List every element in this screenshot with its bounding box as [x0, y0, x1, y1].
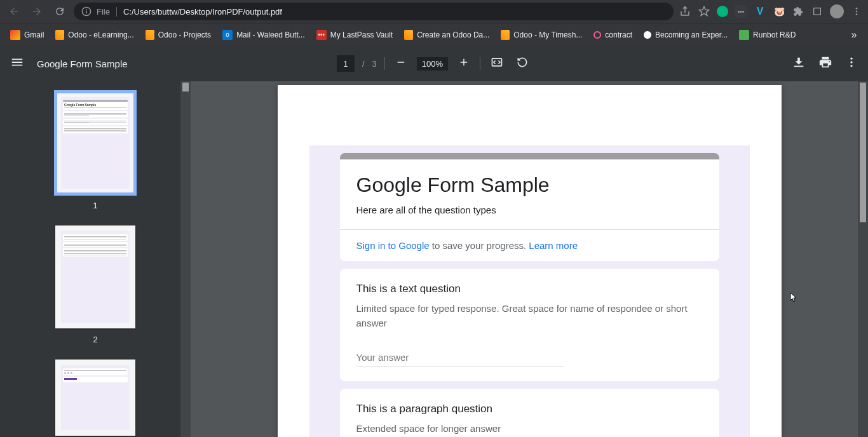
bookmark-outlook[interactable]: oMail - Waleed Butt...	[217, 27, 310, 43]
question-description: Limited space for typed response. Great …	[356, 302, 703, 330]
contract-icon	[593, 31, 601, 39]
download-button[interactable]	[792, 55, 806, 72]
chrome-menu-icon[interactable]	[850, 5, 863, 18]
bookmark-lastpass[interactable]: •••My LastPass Vault	[311, 27, 398, 43]
ext-icon-1[interactable]: 🐷	[773, 5, 785, 18]
bookmark-odoo-elearning[interactable]: Odoo - eLearning...	[50, 27, 139, 43]
gmail-icon	[10, 30, 20, 40]
page-total: 3	[372, 59, 377, 69]
more-actions-button[interactable]	[845, 56, 858, 71]
thumbnail-page-2[interactable]: 2	[0, 225, 191, 344]
question-title: This is a text question	[356, 283, 703, 295]
svg-point-8	[850, 58, 852, 60]
bookmark-gmail[interactable]: Gmail	[5, 27, 49, 43]
fit-page-button[interactable]	[488, 53, 506, 74]
thumbnail-number: 1	[93, 201, 97, 210]
short-answer-input[interactable]	[356, 349, 564, 367]
ext-dots-icon[interactable]: •••	[735, 5, 747, 18]
page-number-input[interactable]	[337, 55, 355, 72]
pdf-document-title: Google Form Sample	[37, 58, 128, 69]
lastpass-icon: •••	[316, 30, 327, 40]
share-icon[interactable]	[679, 5, 691, 18]
svg-point-2	[86, 9, 87, 10]
profile-avatar[interactable]	[830, 4, 844, 18]
runbot-icon	[739, 30, 749, 40]
odoo-icon	[55, 30, 64, 40]
form-header-card: Google Form Sample Here are all of the q…	[340, 153, 719, 261]
bookmark-odoo-create[interactable]: Create an Odoo Da...	[399, 27, 494, 43]
reload-button[interactable]	[51, 3, 69, 20]
odoo-icon	[404, 30, 413, 40]
svg-point-4	[856, 8, 858, 10]
form-subtitle: Here are all of the question types	[356, 205, 703, 215]
mouse-cursor-icon	[789, 292, 798, 306]
thumbnail-sidebar: Google Form Sample 1 2	[0, 81, 191, 437]
account-icon[interactable]	[811, 5, 824, 18]
question-card-2: This is a paragraph question Extended sp…	[340, 389, 719, 437]
learn-more-link[interactable]: Learn more	[529, 240, 578, 251]
question-card-1: This is a text question Limited space fo…	[340, 269, 719, 381]
bookmark-contract[interactable]: contract	[588, 28, 637, 42]
bookmarks-bar: Gmail Odoo - eLearning... Odoo - Project…	[0, 23, 868, 46]
pdf-content-area: Google Form Sample 1 2	[0, 81, 868, 437]
hamburger-menu-icon[interactable]	[10, 55, 24, 72]
thumbnail-scrollbar[interactable]	[180, 81, 191, 437]
thumbnail-number: 2	[93, 335, 97, 344]
grammarly-icon[interactable]	[717, 6, 728, 17]
browser-nav-bar: File C:/Users/buttw/Desktop/IronPDF/outp…	[0, 0, 868, 23]
zoom-in-button[interactable]	[456, 54, 472, 73]
vimeo-icon[interactable]: V	[754, 5, 766, 18]
forward-button[interactable]	[28, 3, 46, 20]
bookmark-odoo-timesheet[interactable]: Odoo - My Timesh...	[496, 27, 587, 43]
url-prefix: File	[97, 7, 117, 17]
svg-point-6	[856, 13, 858, 15]
pdf-page-1: Google Form Sample Here are all of the q…	[278, 85, 782, 437]
url-text: C:/Users/buttw/Desktop/IronPDF/output.pd…	[123, 7, 282, 17]
form-title: Google Form Sample	[356, 173, 703, 197]
bookmark-odoo-projects[interactable]: Odoo - Projects	[140, 27, 216, 43]
form-background: Google Form Sample Here are all of the q…	[309, 145, 750, 437]
url-bar[interactable]: File C:/Users/buttw/Desktop/IronPDF/outp…	[74, 3, 674, 20]
zoom-level[interactable]: 100%	[417, 57, 448, 71]
sun-icon	[644, 31, 651, 39]
svg-rect-3	[814, 8, 821, 15]
question-title: This is a paragraph question	[356, 403, 703, 415]
question-description: Extended space for longer answer	[356, 422, 703, 436]
back-button[interactable]	[5, 3, 23, 20]
svg-rect-1	[86, 11, 86, 14]
signin-banner: Sign in to Google to save your progress.…	[340, 229, 719, 261]
odoo-icon	[146, 30, 154, 40]
odoo-icon	[501, 30, 510, 40]
zoom-out-button[interactable]	[393, 54, 409, 73]
svg-point-9	[850, 61, 852, 63]
pdf-toolbar: Google Form Sample / 3 100%	[0, 46, 868, 81]
rotate-button[interactable]	[513, 53, 531, 74]
bookmark-runbot[interactable]: Runbot R&D	[734, 27, 801, 43]
pdf-page-viewport[interactable]: Google Form Sample Here are all of the q…	[191, 81, 868, 437]
bookmarks-overflow-icon[interactable]: »	[845, 26, 863, 44]
toolbar-divider	[384, 57, 385, 70]
thumbnail-page-3[interactable]	[0, 360, 191, 436]
toolbar-divider	[480, 57, 480, 70]
page-separator: /	[362, 59, 365, 69]
extensions-icon[interactable]	[792, 5, 804, 18]
svg-point-5	[856, 11, 858, 13]
print-button[interactable]	[818, 55, 832, 72]
page-scrollbar[interactable]	[858, 81, 868, 437]
bookmark-expert[interactable]: Becoming an Exper...	[639, 28, 733, 42]
svg-point-10	[850, 65, 852, 67]
signin-link[interactable]: Sign in to Google	[356, 240, 430, 251]
outlook-icon: o	[222, 30, 233, 40]
bookmark-star-icon[interactable]	[698, 5, 710, 18]
thumbnail-page-1[interactable]: Google Form Sample 1	[0, 91, 191, 210]
info-icon	[81, 6, 92, 17]
